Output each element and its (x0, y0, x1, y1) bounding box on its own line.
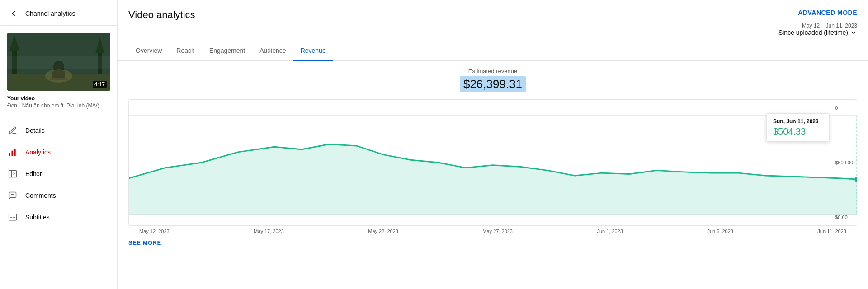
x-label-6: Jun 11, 2023 (817, 228, 846, 234)
video-thumbnail-section: 4:17 Your video Đen - Nấu ăn cho em ft. … (0, 26, 117, 116)
estimated-revenue-label: Estimated revenue (128, 68, 857, 75)
svg-rect-11 (9, 153, 10, 156)
back-icon (9, 9, 18, 18)
estimated-revenue-value: $26,399.31 (460, 76, 526, 92)
revenue-chart-svg (129, 100, 857, 225)
svg-rect-10 (7, 56, 110, 69)
main-content: Video analytics ADVANCED MODE May 12 – J… (118, 0, 868, 289)
tab-overview[interactable]: Overview (128, 42, 169, 61)
editor-icon (7, 168, 18, 179)
tab-reach[interactable]: Reach (169, 42, 202, 61)
tabs-row: Overview Reach Engagement Audience Reven… (118, 42, 868, 61)
y-label-top: 0 (835, 105, 853, 111)
subtitles-label: Subtitles (25, 214, 50, 221)
sidebar-item-analytics[interactable]: Analytics (0, 141, 117, 163)
analytics-icon (7, 147, 18, 158)
chevron-down-icon (850, 29, 857, 36)
header-right: ADVANCED MODE (798, 9, 857, 16)
date-range-selector[interactable]: May 12 – Jun 11, 2023 Since uploaded (li… (778, 23, 857, 36)
header-section: Video analytics ADVANCED MODE (118, 0, 868, 21)
tab-engagement[interactable]: Engagement (202, 42, 252, 61)
chart-wrapper: Sun, Jun 11, 2023 $504.33 0 $600.00 $0.0… (128, 99, 857, 234)
svg-rect-12 (12, 151, 13, 156)
y-label-mid: $600.00 (835, 160, 853, 165)
x-label-3: May 27, 2023 (482, 228, 513, 234)
revenue-center: Estimated revenue $26,399.31 (128, 68, 857, 92)
video-title: Đen - Nấu ăn cho em ft. PiaLinh (M/V) (7, 103, 110, 109)
x-label-1: May 17, 2023 (254, 228, 284, 234)
y-label-bottom: $0.00 (835, 214, 853, 220)
tooltip-value: $504.33 (773, 126, 823, 137)
svg-rect-14 (9, 171, 17, 177)
thumbnail-duration: 4:17 (93, 81, 107, 88)
date-range-value: Since uploaded (lifetime) (778, 29, 857, 36)
sidebar-nav: Details Analytics Editor (0, 120, 117, 228)
details-label: Details (25, 127, 45, 134)
comments-label: Comments (25, 192, 56, 199)
channel-analytics-title: Channel analytics (25, 10, 75, 17)
sidebar-item-editor[interactable]: Editor (0, 163, 117, 185)
date-range-container: May 12 – Jun 11, 2023 Since uploaded (li… (118, 21, 868, 36)
editor-label: Editor (25, 170, 42, 177)
pencil-icon (7, 125, 18, 136)
chart-tooltip: Sun, Jun 11, 2023 $504.33 (766, 113, 830, 142)
see-more-button[interactable]: SEE MORE (128, 238, 161, 248)
advanced-mode-button[interactable]: ADVANCED MODE (798, 9, 857, 16)
x-label-5: Jun 6, 2023 (707, 228, 733, 234)
sidebar-item-details[interactable]: Details (0, 120, 117, 141)
comments-icon (7, 190, 18, 201)
x-label-0: May 12, 2023 (139, 228, 170, 234)
see-more-container: SEE MORE (128, 238, 857, 248)
chart-container: Sun, Jun 11, 2023 $504.33 0 $600.00 $0.0… (128, 99, 857, 226)
analytics-label: Analytics (25, 149, 51, 156)
subtitles-icon (7, 212, 18, 223)
y-axis-labels: 0 $600.00 $0.00 (835, 100, 853, 225)
date-range-label: May 12 – Jun 11, 2023 (778, 23, 857, 29)
sidebar-header: Channel analytics (0, 0, 117, 26)
your-video-label: Your video (7, 95, 110, 102)
back-button[interactable] (7, 7, 20, 20)
tab-revenue[interactable]: Revenue (293, 42, 333, 61)
sidebar-item-subtitles[interactable]: Subtitles (0, 206, 117, 228)
sidebar: Channel analytics (0, 0, 118, 289)
video-thumbnail[interactable]: 4:17 (7, 33, 110, 91)
svg-rect-13 (14, 149, 15, 156)
x-label-2: May 22, 2023 (368, 228, 398, 234)
x-label-4: Jun 1, 2023 (597, 228, 623, 234)
analytics-bar-icon (8, 148, 17, 157)
svg-point-25 (854, 176, 857, 182)
page-title: Video analytics (128, 9, 195, 21)
svg-rect-18 (9, 214, 17, 220)
svg-point-9 (45, 69, 72, 83)
x-axis-labels: May 12, 2023 May 17, 2023 May 22, 2023 M… (128, 226, 857, 234)
tooltip-date: Sun, Jun 11, 2023 (773, 118, 823, 125)
chart-section: Estimated revenue $26,399.31 (118, 61, 868, 289)
sidebar-item-comments[interactable]: Comments (0, 185, 117, 206)
tab-audience[interactable]: Audience (252, 42, 293, 61)
